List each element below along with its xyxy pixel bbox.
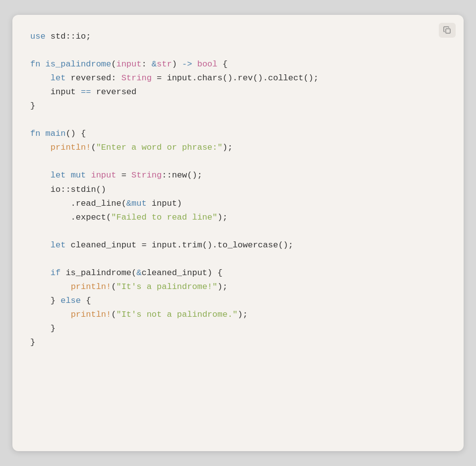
copy-button[interactable] (439, 23, 456, 38)
copy-icon (443, 26, 451, 34)
code-content: use std::io; fn is_palindrome(input: &st… (30, 30, 446, 350)
code-block: use std::io; fn is_palindrome(input: &st… (12, 15, 464, 451)
svg-rect-0 (446, 29, 450, 33)
